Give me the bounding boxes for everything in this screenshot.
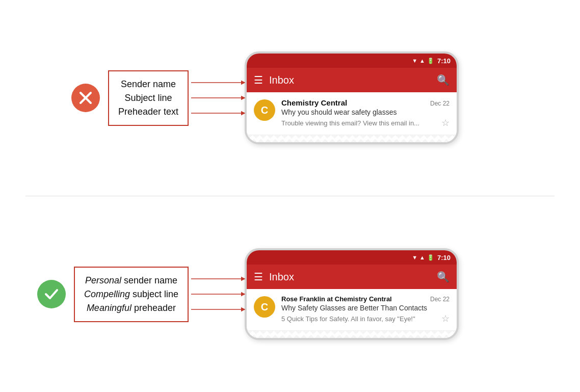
top-email-header-row: Chemistry Central Dec 22: [281, 98, 450, 107]
top-right-panel: ▼ ▲ 🔋 7:10 ☰ Inbox 🔍 C: [189, 51, 565, 144]
bottom-annotation-line2: Compelling subject line: [84, 288, 178, 301]
bottom-sender-name: Rose Franklin at Chemistry Central: [281, 295, 392, 303]
bad-icon: [71, 84, 100, 112]
top-section: Sender name Subject line Preheader text: [15, 10, 565, 186]
main-container: Sender name Subject line Preheader text: [0, 0, 580, 392]
annotation-line1: Sender name: [118, 77, 178, 91]
bottom-email-row[interactable]: C Rose Franklin at Chemistry Central Dec…: [247, 289, 457, 331]
top-subject-line: Why you should wear safety glasses: [281, 108, 450, 116]
section-divider: [25, 196, 555, 196]
top-inbox-title: Inbox: [269, 74, 431, 86]
bottom-star-icon[interactable]: ☆: [441, 313, 450, 324]
bottom-search-icon[interactable]: 🔍: [437, 271, 450, 283]
bottom-zigzag: [247, 331, 457, 338]
top-sender-name: Chemistry Central: [281, 98, 347, 107]
top-search-icon[interactable]: 🔍: [437, 74, 450, 86]
bottom-preheader-text: 5 Quick Tips for Safety. All in favor, s…: [281, 315, 415, 323]
top-avatar: C: [254, 99, 275, 121]
top-email-date: Dec 22: [430, 100, 450, 107]
bottom-right-panel: ▼ ▲ 🔋 7:10 ☰ Inbox 🔍 C: [189, 248, 565, 340]
top-email-row[interactable]: C Chemistry Central Dec 22 Why you shoul…: [247, 92, 457, 135]
top-star-icon[interactable]: ☆: [441, 117, 450, 128]
top-gmail-toolbar: ☰ Inbox 🔍: [247, 68, 457, 92]
bottom-avatar: C: [254, 296, 275, 318]
bottom-annotation-line3: Meaningful preheader: [84, 301, 178, 315]
bottom-inbox-title: Inbox: [269, 271, 431, 283]
top-annotation-box: Sender name Subject line Preheader text: [108, 70, 189, 126]
top-phone-frame: ▼ ▲ 🔋 7:10 ☰ Inbox 🔍 C: [245, 51, 459, 144]
bottom-phone-frame: ▼ ▲ 🔋 7:10 ☰ Inbox 🔍 C: [245, 248, 459, 340]
bottom-email-content: Rose Franklin at Chemistry Central Dec 2…: [281, 295, 450, 324]
bottom-email-header-row: Rose Franklin at Chemistry Central Dec 2…: [281, 295, 450, 303]
good-icon: [37, 280, 66, 308]
annotation-line3: Preheader text: [118, 105, 178, 119]
top-status-bar: ▼ ▲ 🔋 7:10: [247, 54, 457, 68]
bottom-gmail-toolbar: ☰ Inbox 🔍: [247, 265, 457, 289]
top-left-panel: Sender name Subject line Preheader text: [15, 70, 189, 126]
bottom-status-bar: ▼ ▲ 🔋 7:10: [247, 250, 457, 265]
bottom-section: Personal sender name Compelling subject …: [15, 206, 565, 382]
top-zigzag: [247, 135, 457, 142]
top-hamburger-icon[interactable]: ☰: [254, 75, 263, 85]
signal-icon: ▲: [419, 58, 425, 64]
bottom-hamburger-icon[interactable]: ☰: [254, 272, 263, 282]
bottom-email-date: Dec 22: [430, 296, 450, 303]
bottom-annotation-line1: Personal sender name: [84, 274, 178, 288]
wifi-icon: ▼: [412, 58, 417, 64]
top-status-time: 7:10: [437, 57, 451, 65]
bottom-preheader-row: 5 Quick Tips for Safety. All in favor, s…: [281, 313, 450, 324]
bottom-wifi-icon: ▼: [412, 254, 417, 260]
top-status-icons: ▼ ▲ 🔋: [412, 58, 434, 64]
bottom-status-time: 7:10: [437, 254, 451, 262]
battery-icon: 🔋: [427, 58, 434, 64]
annotation-line2: Subject line: [118, 91, 178, 105]
top-preheader-row: Trouble viewing this email? View this em…: [281, 117, 450, 128]
top-email-content: Chemistry Central Dec 22 Why you should …: [281, 98, 450, 128]
bottom-left-panel: Personal sender name Compelling subject …: [15, 267, 189, 322]
bottom-status-icons: ▼ ▲ 🔋: [412, 254, 434, 261]
bottom-signal-icon: ▲: [419, 254, 425, 260]
bottom-subject-line: Why Safety Glasses are Better Than Conta…: [281, 304, 450, 312]
top-preheader-text: Trouble viewing this email? View this em…: [281, 119, 419, 127]
bottom-annotation-box: Personal sender name Compelling subject …: [74, 267, 189, 322]
bottom-battery-icon: 🔋: [427, 254, 434, 261]
